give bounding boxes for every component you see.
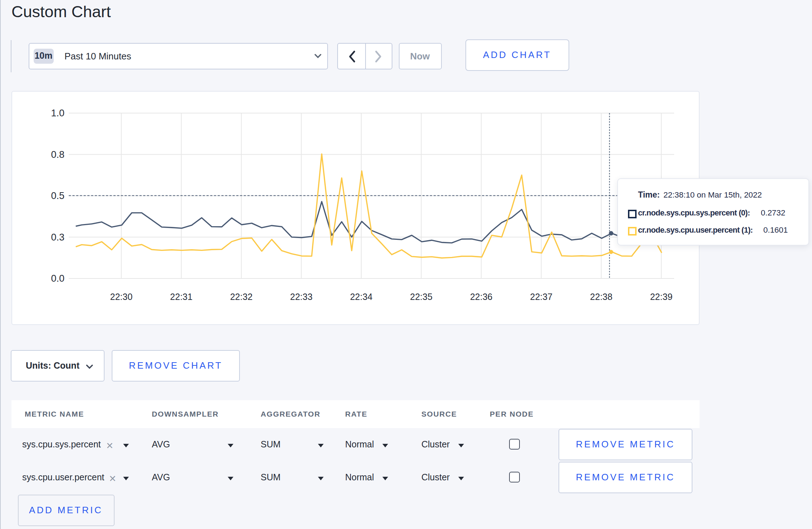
- svg-text:0.0: 0.0: [51, 273, 64, 283]
- svg-text:22:31: 22:31: [170, 291, 193, 301]
- svg-text:0.8: 0.8: [51, 149, 64, 160]
- svg-text:22:32: 22:32: [230, 291, 253, 301]
- svg-text:22:34: 22:34: [350, 291, 373, 301]
- svg-text:22:39: 22:39: [650, 291, 673, 301]
- svg-text:0.3: 0.3: [51, 232, 64, 242]
- svg-text:22:37: 22:37: [530, 291, 553, 301]
- svg-text:22:30: 22:30: [110, 291, 133, 301]
- svg-text:22:36: 22:36: [470, 291, 493, 301]
- svg-text:22:33: 22:33: [290, 291, 313, 301]
- svg-text:22:38: 22:38: [590, 291, 613, 301]
- svg-text:0.5: 0.5: [51, 190, 64, 201]
- svg-text:22:35: 22:35: [410, 291, 432, 301]
- svg-text:1.0: 1.0: [51, 107, 64, 118]
